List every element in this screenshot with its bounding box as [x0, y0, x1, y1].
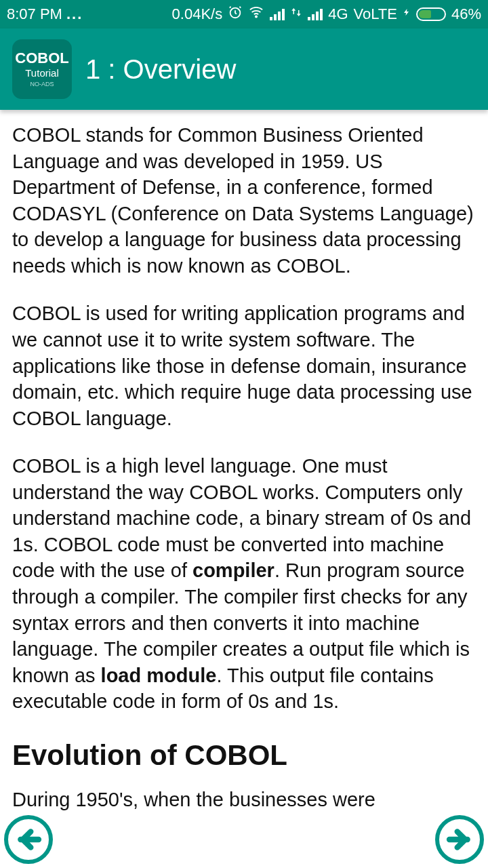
app-icon-line2: Tutorial [25, 68, 58, 79]
status-bar: 8:07 PM ... 0.04K/s 4G VoLTE 46% [0, 0, 488, 28]
paragraph-4: During 1950's, when the businesses were [12, 787, 476, 813]
wifi-icon [248, 5, 264, 24]
arrow-left-icon [15, 826, 42, 853]
arrow-right-icon [446, 826, 473, 853]
signal-icon-2 [308, 8, 323, 20]
alarm-icon [228, 5, 243, 24]
signal-icon-1 [270, 8, 285, 20]
charging-icon [403, 5, 411, 23]
status-menu-dots: ... [66, 5, 83, 23]
data-arrows-icon [290, 5, 302, 23]
battery-icon [416, 7, 446, 21]
status-time: 8:07 PM [7, 5, 62, 23]
status-network-type: 4G [328, 5, 348, 23]
heading-evolution: Evolution of COBOL [12, 736, 476, 774]
page-title: 1 : Overview [85, 54, 236, 85]
paragraph-2: COBOL is used for writing application pr… [12, 300, 476, 431]
status-volte: VoLTE [354, 5, 397, 23]
status-battery-pct: 46% [451, 5, 481, 23]
status-net-speed: 0.04K/s [172, 5, 223, 23]
app-icon-line1: COBOL [15, 50, 68, 66]
next-button[interactable] [435, 815, 484, 864]
app-icon-line3: NO-ADS [30, 81, 54, 88]
prev-button[interactable] [4, 815, 53, 864]
app-icon[interactable]: COBOL Tutorial NO-ADS [12, 39, 72, 99]
paragraph-1: COBOL stands for Common Business Oriente… [12, 122, 476, 279]
app-bar: COBOL Tutorial NO-ADS 1 : Overview [0, 28, 488, 110]
content-area[interactable]: COBOL stands for Common Business Oriente… [0, 110, 488, 868]
svg-point-1 [256, 16, 257, 17]
paragraph-3: COBOL is a high level language. One must… [12, 453, 476, 715]
